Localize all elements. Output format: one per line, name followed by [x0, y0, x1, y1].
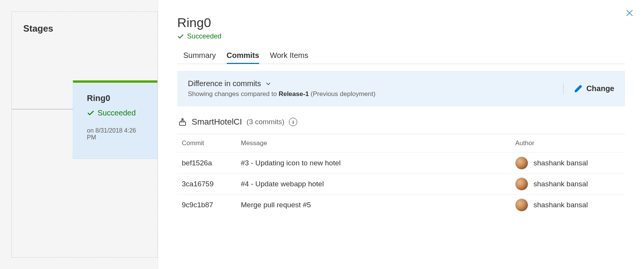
svg-rect-2 [179, 122, 186, 125]
avatar [515, 199, 528, 211]
difference-bar: Difference in commits Showing changes co… [177, 71, 625, 106]
table-row[interactable]: bef1526a #3 - Updating icon to new hotel… [177, 153, 625, 174]
col-header-commit: Commit [177, 134, 236, 153]
difference-subtitle: Showing changes compared to Release-1 (P… [188, 90, 375, 98]
commits-table: Commit Message Author bef1526a #3 - Upda… [177, 134, 625, 215]
panel-status: Succeeded [177, 32, 625, 40]
artifact-commit-count: (3 commits) [247, 118, 284, 126]
commit-hash: 9c9c1b87 [177, 195, 236, 216]
close-icon [625, 9, 634, 17]
commit-author: shashank bansal [533, 201, 588, 209]
stages-title: Stages [23, 23, 157, 34]
tab-workitems[interactable]: Work Items [270, 51, 308, 64]
commit-hash: 3ca16759 [177, 174, 236, 195]
artifact-source-name: SmartHotelCI [192, 117, 242, 127]
detail-panel: Ring0 Succeeded Summary Commits Work Ite… [158, 0, 644, 269]
stages-container: Stages Ring0 Succeeded on 8/31/2018 4:26… [11, 11, 158, 258]
chevron-down-icon [265, 80, 272, 87]
commit-message: #3 - Updating icon to new hotel [236, 153, 511, 174]
close-button[interactable] [622, 5, 637, 21]
table-row[interactable]: 9c9c1b87 Merge pull request #5 shashank … [177, 195, 625, 216]
avatar [515, 178, 528, 191]
tabs: Summary Commits Work Items [177, 51, 625, 64]
commit-message: #4 - Update webapp hotel [236, 174, 511, 195]
difference-sub-prefix: Showing changes compared to [188, 90, 279, 98]
stages-pane: Stages Ring0 Succeeded on 8/31/2018 4:26… [0, 0, 158, 269]
commit-author-cell: shashank bansal [511, 174, 625, 195]
difference-dropdown[interactable]: Difference in commits [188, 79, 375, 88]
info-icon[interactable]: i [289, 118, 297, 126]
pencil-icon [574, 85, 583, 93]
avatar [515, 157, 528, 170]
stage-card-status: Succeeded [87, 109, 146, 117]
col-header-author: Author [511, 134, 625, 153]
difference-sub-release: Release-1 [279, 90, 309, 98]
commit-author: shashank bansal [533, 159, 588, 167]
commit-hash: bef1526a [177, 153, 236, 174]
difference-title: Difference in commits [188, 79, 261, 88]
panel-title: Ring0 [177, 15, 625, 30]
stage-card-ring0[interactable]: Ring0 Succeeded on 8/31/2018 4:26 PM [73, 80, 157, 159]
stage-card-title: Ring0 [87, 93, 146, 103]
tab-summary[interactable]: Summary [183, 51, 216, 64]
col-header-message: Message [236, 134, 511, 153]
commit-author: shashank bansal [533, 180, 588, 188]
tab-commits[interactable]: Commits [227, 51, 260, 64]
separator [563, 83, 564, 94]
difference-sub-suffix: (Previous deployment) [309, 90, 376, 98]
change-button[interactable]: Change [574, 84, 614, 93]
commit-message: Merge pull request #5 [236, 195, 511, 216]
check-icon [177, 33, 184, 40]
commit-author-cell: shashank bansal [511, 195, 625, 216]
stage-card-status-label: Succeeded [98, 109, 136, 117]
stage-connector [12, 109, 73, 109]
panel-status-label: Succeeded [187, 32, 221, 40]
stage-card-timestamp: on 8/31/2018 4:26 PM [87, 127, 146, 141]
change-button-label: Change [586, 84, 614, 93]
artifact-icon [178, 117, 187, 126]
table-row[interactable]: 3ca16759 #4 - Update webapp hotel shasha… [177, 174, 625, 195]
check-icon [87, 109, 95, 117]
artifact-source: SmartHotelCI (3 commits) i [177, 117, 625, 127]
commit-author-cell: shashank bansal [511, 153, 625, 174]
